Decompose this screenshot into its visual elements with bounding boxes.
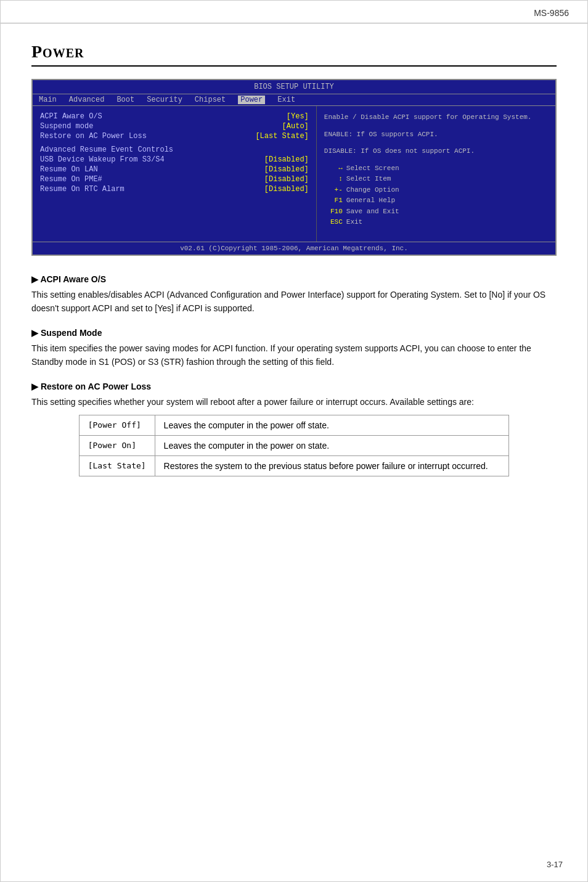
bios-menu-bar[interactable]: Main Advanced Boot Security Chipset Powe… — [33, 94, 555, 106]
table-cell-option-1: [Power On] — [79, 435, 155, 455]
bios-menu-power[interactable]: Power — [238, 96, 265, 104]
bios-key-desc-f10: Save and Exit — [346, 206, 399, 217]
bios-value-usb: [Disabled] — [264, 155, 309, 164]
bios-body: ACPI Aware O/S [Yes] Suspend mode [Auto]… — [33, 106, 555, 242]
table-row: [Last State] Restores the system to the … — [79, 455, 509, 476]
bios-label-suspend: Suspend mode — [40, 122, 93, 131]
bios-value-restore: [Last State] — [255, 132, 308, 141]
bios-footer-text: v02.61 (C)Copyright 1985-2006, American … — [180, 245, 408, 252]
bios-menu-boot[interactable]: Boot — [116, 96, 134, 104]
content-area: Power BIOS SETUP UTILITY Main Advanced B… — [1, 23, 587, 513]
bios-key-plusminus: +- — [324, 185, 343, 195]
bios-key-desc-f1: General Help — [346, 195, 395, 206]
model-number: MS-9856 — [534, 8, 569, 18]
desc-acpi-text: This setting enables/disables ACPI (Adva… — [31, 288, 557, 316]
bios-value-rtc: [Disabled] — [264, 185, 309, 194]
bios-left-panel: ACPI Aware O/S [Yes] Suspend mode [Auto]… — [33, 106, 317, 242]
bios-key-f1: F1 — [324, 195, 343, 206]
bios-key-row-select-screen: ↔ Select Screen — [324, 163, 548, 174]
desc-suspend-text: This item specifies the power saving mod… — [31, 341, 557, 369]
table-cell-desc-1: Leaves the computer in the power on stat… — [155, 435, 509, 455]
table-cell-option-2: [Last State] — [79, 455, 155, 476]
table-cell-desc-2: Restores the system to the previous stat… — [155, 455, 509, 476]
page-number: 3-17 — [547, 860, 563, 869]
desc-restore: Restore on AC Power Loss This setting sp… — [31, 382, 557, 476]
desc-acpi-heading: ACPI Aware O/S — [31, 274, 557, 284]
bios-help-text-1: Enable / Disable ACPI support for Operat… — [324, 112, 548, 123]
desc-restore-text: This setting specifies whether your syst… — [31, 395, 557, 409]
bios-value-lan: [Disabled] — [264, 165, 309, 174]
bios-menu-chipset[interactable]: Chipset — [195, 96, 226, 104]
bios-right-panel: Enable / Disable ACPI support for Operat… — [317, 106, 555, 242]
bios-key-esc: ESC — [324, 217, 343, 227]
desc-restore-heading: Restore on AC Power Loss — [31, 382, 557, 391]
bios-row-acpi[interactable]: ACPI Aware O/S [Yes] — [40, 112, 309, 121]
bios-key-arrows-ud: ↕ — [324, 174, 343, 184]
bios-key-row-esc: ESC Exit — [324, 217, 548, 227]
bios-row-restore[interactable]: Restore on AC Power Loss [Last State] — [40, 132, 309, 141]
bios-key-row-change-option: +- Change Option — [324, 185, 548, 195]
table-row: [Power On] Leaves the computer in the po… — [79, 435, 509, 455]
bios-label-pme: Resume On PME# — [40, 175, 102, 184]
desc-suspend: Suspend Mode This item specifies the pow… — [31, 328, 557, 369]
bios-menu-advanced[interactable]: Advanced — [69, 96, 105, 104]
bios-label-restore: Restore on AC Power Loss — [40, 132, 147, 141]
top-bar: MS-9856 — [1, 1, 587, 23]
bios-menu-exit[interactable]: Exit — [277, 96, 295, 104]
bios-title: BIOS SETUP UTILITY — [254, 83, 334, 91]
table-row: [Power Off] Leaves the computer in the p… — [79, 415, 509, 435]
bios-help-text-3: DISABLE: If OS does not support ACPI. — [324, 146, 548, 157]
bios-key-desc-esc: Exit — [346, 217, 362, 227]
bios-key-desc-change-option: Change Option — [346, 185, 399, 195]
bios-key-row-f1: F1 General Help — [324, 195, 548, 206]
settings-table: [Power Off] Leaves the computer in the p… — [79, 415, 510, 476]
bios-footer: v02.61 (C)Copyright 1985-2006, American … — [33, 242, 555, 255]
desc-suspend-heading: Suspend Mode — [31, 328, 557, 338]
bios-key-desc-select-screen: Select Screen — [346, 163, 399, 174]
bios-key-arrows-lr: ↔ — [324, 163, 343, 174]
bios-label-acpi: ACPI Aware O/S — [40, 112, 102, 121]
section-heading: Power — [31, 42, 557, 67]
page-container: MS-9856 Power BIOS SETUP UTILITY Main Ad… — [0, 0, 588, 882]
bios-key-row-f10: F10 Save and Exit — [324, 206, 548, 217]
desc-acpi: ACPI Aware O/S This setting enables/disa… — [31, 274, 557, 316]
bios-menu-main[interactable]: Main — [39, 96, 57, 104]
bios-value-pme: [Disabled] — [264, 175, 309, 184]
bios-row-usb[interactable]: USB Device Wakeup From S3/S4 [Disabled] — [40, 155, 309, 164]
bios-key-row-select-item: ↕ Select Item — [324, 174, 548, 184]
bios-title-bar: BIOS SETUP UTILITY — [33, 80, 555, 94]
bios-label-rtc: Resume On RTC Alarm — [40, 185, 125, 194]
table-cell-option-0: [Power Off] — [79, 415, 155, 435]
bios-label-usb: USB Device Wakeup From S3/S4 — [40, 155, 165, 164]
bios-row-suspend[interactable]: Suspend mode [Auto] — [40, 122, 309, 131]
section-title: Power — [31, 42, 84, 61]
bios-row-lan[interactable]: Resume On LAN [Disabled] — [40, 165, 309, 174]
table-cell-desc-0: Leaves the computer in the power off sta… — [155, 415, 509, 435]
bios-key-desc-select-item: Select Item — [346, 174, 391, 184]
bios-value-acpi: [Yes] — [287, 112, 309, 121]
bios-key-f10: F10 — [324, 206, 343, 217]
bios-row-rtc[interactable]: Resume On RTC Alarm [Disabled] — [40, 185, 309, 194]
bios-value-suspend: [Auto] — [282, 122, 309, 131]
bios-keybindings: ↔ Select Screen ↕ Select Item +- Change … — [324, 163, 548, 227]
bios-help-text-2: ENABLE: If OS supports ACPI. — [324, 129, 548, 141]
bios-setup-box: BIOS SETUP UTILITY Main Advanced Boot Se… — [31, 79, 557, 256]
bios-menu-security[interactable]: Security — [147, 96, 182, 104]
bios-row-pme[interactable]: Resume On PME# [Disabled] — [40, 175, 309, 184]
bios-label-lan: Resume On LAN — [40, 165, 98, 174]
bios-subsection-header: Advanced Resume Event Controls — [40, 145, 309, 154]
